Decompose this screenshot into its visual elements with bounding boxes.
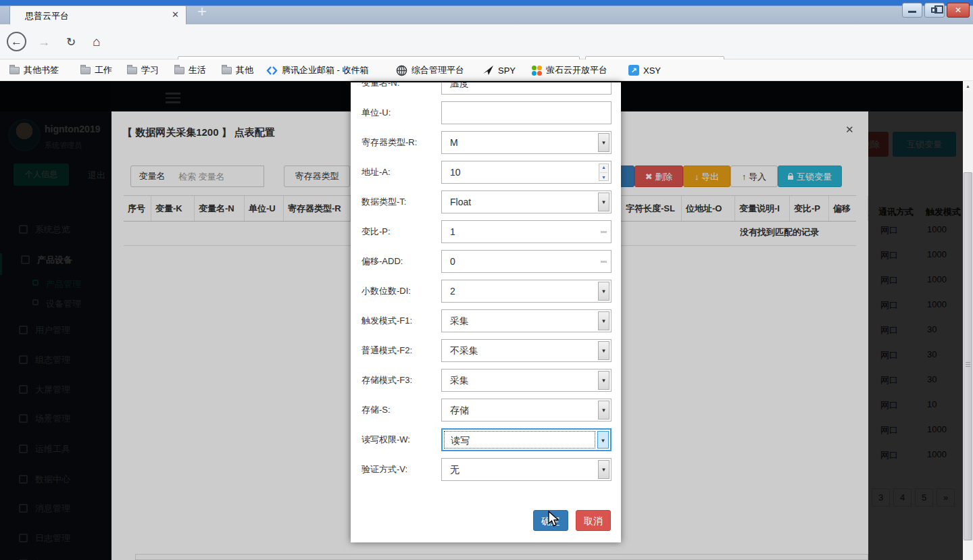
back-button[interactable]: ← [7,32,26,51]
ezviz-icon [532,66,542,76]
dropdown-arrow-button[interactable]: ▼ [598,133,609,152]
spinner-up-icon[interactable]: ▲ [599,165,608,170]
dialog-field-row: 地址-A:10▲▼ [351,161,621,184]
window-controls: ✕ [902,3,970,18]
field-select-control[interactable]: 2▼ [441,280,612,303]
field-label: 寄存器类型-R: [361,131,440,154]
dropdown-arrow-button[interactable]: ▼ [597,431,609,449]
cancel-button[interactable]: 取消 [576,510,611,531]
chevron-down-icon: ▼ [601,199,607,205]
dropdown-arrow-button[interactable]: ▼ [598,460,609,479]
bookmark-spy[interactable]: SPY [482,59,516,81]
field-value: 采集 [450,370,596,391]
mouse-cursor [547,511,562,528]
field-text-control[interactable] [441,101,612,124]
field-label: 触发模式-F1: [361,309,440,332]
tencent-mail-icon [266,66,278,76]
dialog-field-row: 小数位数-DI:2▼ [351,280,621,303]
disabled-spinner-dash [601,231,607,233]
chevron-down-icon: ▼ [601,378,607,384]
dropdown-arrow-button[interactable]: ▼ [598,311,609,330]
browser-navbar: ← → ↻ ⌂ iot.idosp.net/admin/index.html?l… [0,24,973,59]
field-label: 存储-S: [361,399,440,422]
field-value: 10 [450,161,596,183]
bookmark-folder-other-bookmarks[interactable]: 其他书签 [9,59,59,81]
scrollbar-thumb[interactable] [964,172,972,540]
tab-close-icon[interactable]: ✕ [172,9,179,20]
dropdown-arrow-button[interactable]: ▼ [598,193,609,211]
bookmark-tencent-mail[interactable]: 腾讯企业邮箱 - 收件箱 [266,59,369,81]
field-select-control[interactable]: 采集▼ [441,309,612,332]
scrollbar-up-arrow[interactable]: ▲ [963,81,973,91]
number-spinner[interactable]: ▲▼ [599,163,609,181]
globe-icon [396,65,407,76]
home-button[interactable]: ⌂ [88,24,105,59]
dialog-field-row: 存储模式-F3:采集▼ [351,369,621,392]
field-select-control[interactable]: M▼ [441,131,612,154]
page-scrollbar[interactable]: ▲ [963,81,973,560]
field-dash-control[interactable]: 0 [441,250,612,273]
field-value: 无 [450,459,596,480]
field-select-control[interactable]: 无▼ [441,458,612,481]
field-label: 地址-A: [361,161,440,184]
chevron-down-icon: ▼ [601,318,607,324]
browser-tab[interactable]: 思普云平台 ✕ [9,5,186,24]
bookmark-ezviz[interactable]: 萤石云开放平台 [532,59,607,81]
field-label: 小数位数-DI: [361,280,440,303]
close-window-button[interactable]: ✕ [947,3,970,18]
bookmark-mgmt-platform[interactable]: 综合管理平台 [396,59,464,81]
disabled-spinner-dash [601,261,607,263]
dart-icon [482,65,494,76]
restore-button[interactable] [924,3,945,18]
screen: 思普云平台 ✕ + ✕ ← → ↻ ⌂ iot.idosp.net/admin/… [0,0,973,560]
forward-button[interactable]: → [35,24,53,59]
edit-variable-dialog: 变量名-N:温度单位-U:寄存器类型-R:M▼地址-A:10▲▼数据类型-T:F… [351,82,621,542]
dialog-field-row: 变量名-N:温度 [351,82,621,95]
folder-icon [174,67,184,74]
tab-title: 思普云平台 [25,10,69,22]
field-value: 1 [450,221,596,243]
bookmark-folder-life[interactable]: 生活 [174,59,206,81]
browser-titlebar: 思普云平台 ✕ + ✕ [0,0,973,24]
field-dash-control[interactable]: 1 [441,220,612,243]
bookmark-xsy[interactable]: ↗ XSY [628,59,661,81]
field-label: 普通模式-F2: [361,339,440,362]
field-select-control[interactable]: 读写▼ [441,428,612,451]
dialog-field-row: 普通模式-F2:不采集▼ [351,339,621,362]
field-label: 读写权限-W: [361,428,440,451]
field-label: 偏移-ADD: [361,250,440,273]
field-number-control[interactable]: 10▲▼ [441,161,612,184]
dropdown-arrow-button[interactable]: ▼ [598,371,609,390]
dialog-field-row: 读写权限-W:读写▼ [351,428,621,451]
dropdown-arrow-button[interactable]: ▼ [598,401,609,419]
new-tab-button[interactable]: + [192,3,212,22]
field-label: 变比-P: [361,220,440,243]
field-select-control[interactable]: 存储▼ [441,399,612,422]
dropdown-arrow-button[interactable]: ▼ [598,341,609,360]
bookmark-folder-misc[interactable]: 其他 [222,59,253,81]
field-value: M [450,132,596,153]
dialog-field-row: 寄存器类型-R:M▼ [351,131,621,154]
minimize-button[interactable] [902,3,922,18]
folder-icon [9,67,20,74]
scrollbar-grip [966,361,970,368]
chevron-down-icon: ▼ [601,288,607,295]
field-value: 温度 [450,82,596,94]
field-label: 存储模式-F3: [361,369,440,392]
field-text-control[interactable]: 温度 [441,82,612,95]
bookmark-folder-work[interactable]: 工作 [80,59,112,81]
bookmarks-bar: 其他书签 工作 学习 生活 其他 腾讯企业邮箱 - 收件箱 综合管理平台 SPY… [0,59,973,81]
field-select-control[interactable]: 采集▼ [441,369,612,392]
dropdown-arrow-button[interactable]: ▼ [598,282,609,301]
spinner-down-icon[interactable]: ▼ [599,175,608,180]
bookmark-folder-study[interactable]: 学习 [127,59,159,81]
field-select-control[interactable]: Float▼ [441,190,612,213]
folder-icon [80,67,91,74]
field-value: 2 [450,280,596,302]
dialog-field-row: 单位-U: [351,101,621,124]
chevron-down-icon: ▼ [601,467,607,473]
folder-icon [222,67,232,74]
dialog-field-row: 变比-P:1 [351,220,621,243]
field-select-control[interactable]: 不采集▼ [441,339,612,362]
reload-button[interactable]: ↻ [62,24,80,59]
